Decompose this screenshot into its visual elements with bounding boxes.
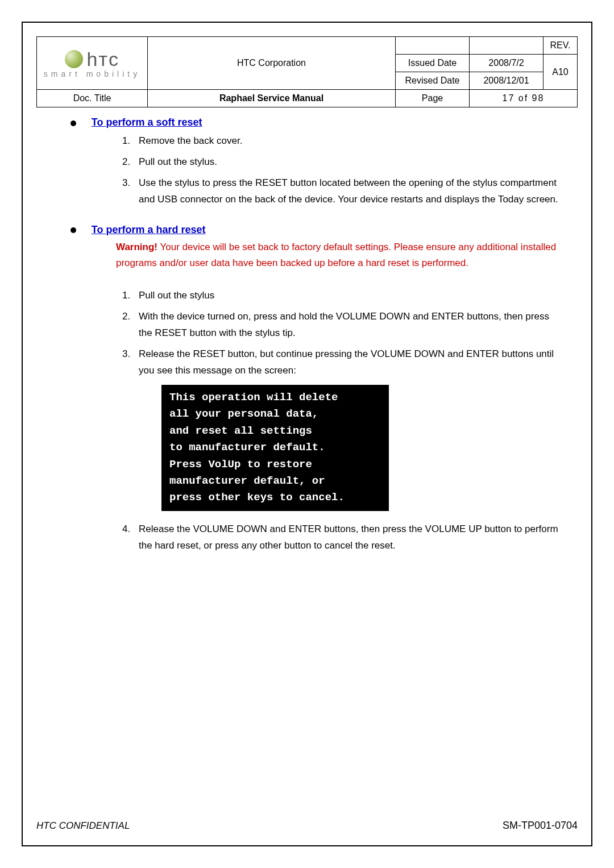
list-item: With the device turned on, press and hol… [133, 309, 561, 342]
warning-label: Warning! [116, 242, 157, 252]
issued-date-label: Issued Date [396, 55, 470, 72]
logo-cell: hтc smart mobility [37, 37, 148, 90]
empty-meta-value [470, 37, 544, 55]
hard-reset-section: To perform a hard reset Warning! Your de… [70, 224, 561, 554]
bullet-icon [70, 227, 76, 233]
footer-doc-number: SM-TP001-0704 [503, 820, 578, 832]
step3-text: Release the RESET button, but continue p… [139, 348, 554, 376]
header-table: hтc smart mobility HTC Corporation REV. … [36, 36, 578, 107]
content-area: To perform a soft reset Remove the back … [36, 107, 578, 554]
soft-reset-heading: To perform a soft reset [92, 117, 202, 128]
doc-title-label: Doc. Title [37, 90, 148, 107]
device-screen-message: This operation will delete all your pers… [161, 385, 389, 511]
list-item: Release the RESET button, but continue p… [133, 346, 561, 511]
hard-reset-heading: To perform a hard reset [92, 224, 206, 235]
revised-date-value: 2008/12/01 [470, 72, 544, 90]
page-label: Page [396, 90, 470, 107]
doc-title-value: Raphael Service Manual [148, 90, 396, 107]
hard-reset-list: Pull out the stylus With the device turn… [70, 288, 561, 554]
page-value: 17 of 98 [470, 90, 578, 107]
list-item: Pull out the stylus. [133, 154, 561, 171]
company-name: HTC Corporation [148, 37, 396, 90]
bullet-icon [70, 121, 76, 126]
issued-date-value: 2008/7/2 [470, 55, 544, 72]
soft-reset-section: To perform a soft reset Remove the back … [70, 117, 561, 208]
list-item: Use the stylus to press the RESET button… [133, 175, 561, 208]
empty-meta [396, 37, 470, 55]
logo-tagline: smart mobility [39, 69, 145, 78]
footer-confidential: HTC CONFIDENTIAL [36, 820, 130, 832]
htc-logo-icon [65, 50, 83, 68]
rev-value: A10 [544, 55, 578, 90]
soft-reset-list: Remove the back cover. Pull out the styl… [70, 133, 561, 208]
warning-text: Your device will be set back to factory … [116, 242, 556, 269]
list-item: Release the VOLUME DOWN and ENTER button… [133, 521, 561, 554]
warning-block: Warning! Your device will be set back to… [70, 239, 561, 272]
list-item: Pull out the stylus [133, 288, 561, 304]
revised-date-label: Revised Date [396, 72, 470, 90]
list-item: Remove the back cover. [133, 133, 561, 149]
htc-wordmark: hтc [86, 48, 119, 70]
page-frame: hтc smart mobility HTC Corporation REV. … [22, 22, 592, 846]
rev-label: REV. [544, 37, 578, 55]
